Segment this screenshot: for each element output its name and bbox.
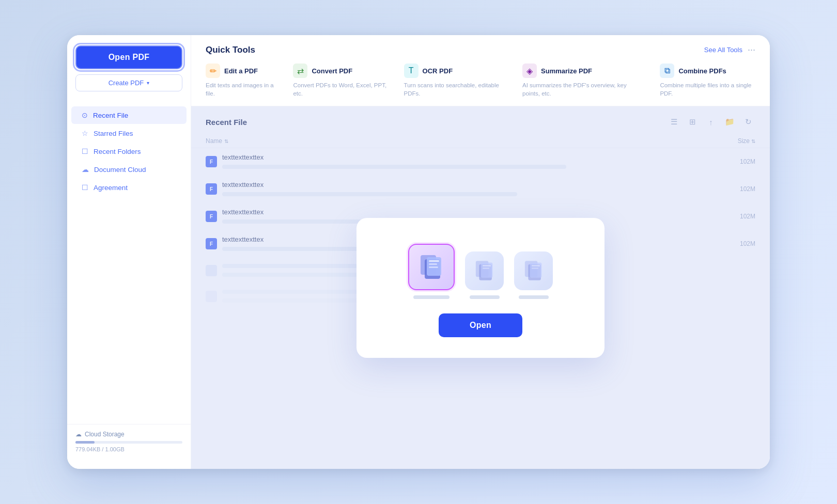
create-pdf-button[interactable]: Create PDF ▾ xyxy=(75,74,182,91)
quick-tools-header: Quick Tools See All Tools ··· xyxy=(206,44,755,55)
see-all-tools-link[interactable]: See All Tools xyxy=(704,46,742,54)
file-name-skeleton xyxy=(519,295,549,299)
sidebar-bottom: ☁ Cloud Storage 779.04KB / 1.00GB xyxy=(67,424,191,459)
modal-files-row xyxy=(408,244,553,299)
cloud-storage-icon: ☁ xyxy=(75,431,82,438)
modal-file-item[interactable] xyxy=(408,244,455,299)
folder-icon: ☐ xyxy=(82,147,88,155)
tool-name: OCR PDF xyxy=(423,67,453,75)
tool-header: ⇄ Convert PDF xyxy=(293,64,387,78)
combine-pdfs-icon: ⧉ xyxy=(660,64,674,78)
sidebar-item-label: Document Cloud xyxy=(94,166,146,174)
sidebar-item-label: Recent Folders xyxy=(94,148,141,155)
open-pdf-button[interactable]: Open PDF xyxy=(75,45,182,69)
quick-tools-actions: See All Tools ··· xyxy=(704,44,755,55)
svg-rect-8 xyxy=(481,263,492,278)
svg-rect-4 xyxy=(429,263,437,265)
tool-desc: Convert PDFs to Word, Excel, PPT, etc. xyxy=(293,81,387,98)
sidebar-top: Open PDF Create PDF ▾ xyxy=(67,45,191,102)
svg-rect-3 xyxy=(429,260,439,262)
tool-desc: Turn scans into searchable, editable PDF… xyxy=(404,81,506,98)
svg-rect-5 xyxy=(429,266,438,268)
tool-header: T OCR PDF xyxy=(404,64,506,78)
modal-file-icon xyxy=(514,251,553,290)
star-icon: ☆ xyxy=(82,129,88,137)
svg-rect-10 xyxy=(482,267,489,269)
app-window: Open PDF Create PDF ▾ ⊙ Recent File ☆ St… xyxy=(67,35,770,469)
tool-summarize-pdf[interactable]: ◈ Summarize PDF AI summarizes the PDF's … xyxy=(522,64,643,98)
tool-edit-pdf[interactable]: ✏ Edit a PDF Edit texts and images in a … xyxy=(206,64,276,98)
tool-name: Convert PDF xyxy=(312,67,352,75)
edit-pdf-icon: ✏ xyxy=(206,64,220,78)
tool-name: Combine PDFs xyxy=(678,67,726,75)
sidebar: Open PDF Create PDF ▾ ⊙ Recent File ☆ St… xyxy=(67,35,191,469)
tools-grid: ✏ Edit a PDF Edit texts and images in a … xyxy=(206,64,755,98)
cloud-storage-label: ☁ Cloud Storage xyxy=(75,431,182,438)
quick-tools-title: Quick Tools xyxy=(206,45,255,55)
svg-rect-15 xyxy=(531,267,538,269)
sidebar-navigation: ⊙ Recent File ☆ Starred Files ☐ Recent F… xyxy=(67,102,191,424)
recent-file-icon: ⊙ xyxy=(82,111,88,119)
pdf-file-svg-2 xyxy=(473,259,496,282)
modal-file-item[interactable] xyxy=(514,251,553,299)
summarize-pdf-icon: ◈ xyxy=(522,64,537,78)
svg-rect-13 xyxy=(530,263,541,278)
storage-usage-text: 779.04KB / 1.00GB xyxy=(75,446,182,452)
tool-name: Edit a PDF xyxy=(224,67,258,75)
sidebar-item-document-cloud[interactable]: ☁ Document Cloud xyxy=(71,161,187,178)
pdf-file-svg-3 xyxy=(522,259,545,282)
sidebar-item-label: Agreement xyxy=(94,184,128,192)
sidebar-item-recent-file[interactable]: ⊙ Recent File xyxy=(71,106,187,124)
modal-file-icon-selected xyxy=(408,244,455,290)
file-name-skeleton xyxy=(413,295,450,299)
sidebar-item-starred-files[interactable]: ☆ Starred Files xyxy=(71,124,187,142)
open-file-button[interactable]: Open xyxy=(439,313,522,337)
tool-header: ✏ Edit a PDF xyxy=(206,64,276,78)
sidebar-item-label: Recent File xyxy=(93,112,128,119)
storage-bar-fill xyxy=(75,441,95,444)
agreement-icon: ☐ xyxy=(82,183,88,192)
pdf-file-svg xyxy=(417,253,445,281)
modal-file-icon xyxy=(465,251,504,290)
tool-combine-pdfs[interactable]: ⧉ Combine PDFs Combine multiple files in… xyxy=(660,64,755,98)
tool-desc: Edit texts and images in a file. xyxy=(206,81,276,98)
main-content: Quick Tools See All Tools ··· ✏ Edit a P… xyxy=(191,35,770,469)
tool-name: Summarize PDF xyxy=(541,67,592,75)
app-layout: Open PDF Create PDF ▾ ⊙ Recent File ☆ St… xyxy=(67,35,770,469)
quick-tools-section: Quick Tools See All Tools ··· ✏ Edit a P… xyxy=(191,35,770,106)
storage-bar-background xyxy=(75,441,182,444)
modal-file-item[interactable] xyxy=(465,251,504,299)
tool-ocr-pdf[interactable]: T OCR PDF Turn scans into searchable, ed… xyxy=(404,64,506,98)
tool-desc: AI summarizes the PDF's overview, key po… xyxy=(522,81,643,98)
sidebar-item-agreement[interactable]: ☐ Agreement xyxy=(71,179,187,196)
svg-rect-14 xyxy=(531,265,539,266)
tool-desc: Combine multiple files into a single PDF… xyxy=(660,81,755,98)
sidebar-item-recent-folders[interactable]: ☐ Recent Folders xyxy=(71,143,187,160)
sidebar-item-label: Starred Files xyxy=(94,130,133,137)
more-options-icon[interactable]: ··· xyxy=(748,44,755,55)
tool-convert-pdf[interactable]: ⇄ Convert PDF Convert PDFs to Word, Exce… xyxy=(293,64,387,98)
tool-header: ◈ Summarize PDF xyxy=(522,64,643,78)
tool-header: ⧉ Combine PDFs xyxy=(660,64,755,78)
svg-rect-9 xyxy=(482,265,490,266)
file-open-modal: Open xyxy=(357,218,605,358)
ocr-pdf-icon: T xyxy=(404,64,419,78)
cloud-icon: ☁ xyxy=(82,165,89,174)
chevron-down-icon: ▾ xyxy=(147,80,149,86)
recent-section: Recent File ☰ ⊞ ↑ 📁 ↻ Name ⇅ xyxy=(191,106,770,469)
modal-overlay: Open xyxy=(191,106,770,469)
convert-pdf-icon: ⇄ xyxy=(293,64,307,78)
create-pdf-label: Create PDF xyxy=(109,79,144,87)
file-name-skeleton xyxy=(470,295,500,299)
